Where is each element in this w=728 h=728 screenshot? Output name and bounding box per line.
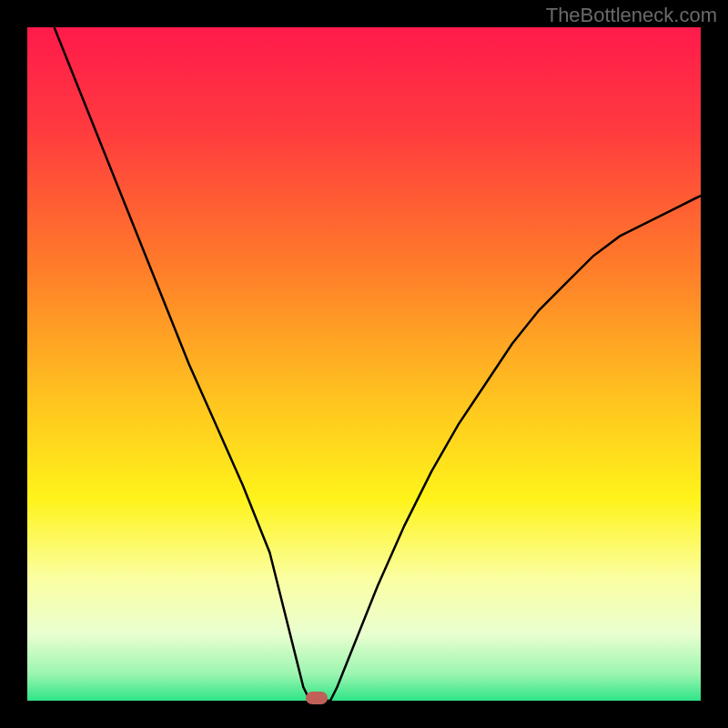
plot-svg bbox=[27, 27, 701, 701]
plot-frame bbox=[27, 27, 701, 701]
plot-background bbox=[27, 27, 701, 701]
optimal-marker bbox=[306, 692, 328, 704]
watermark-text: TheBottleneck.com bbox=[546, 4, 717, 27]
